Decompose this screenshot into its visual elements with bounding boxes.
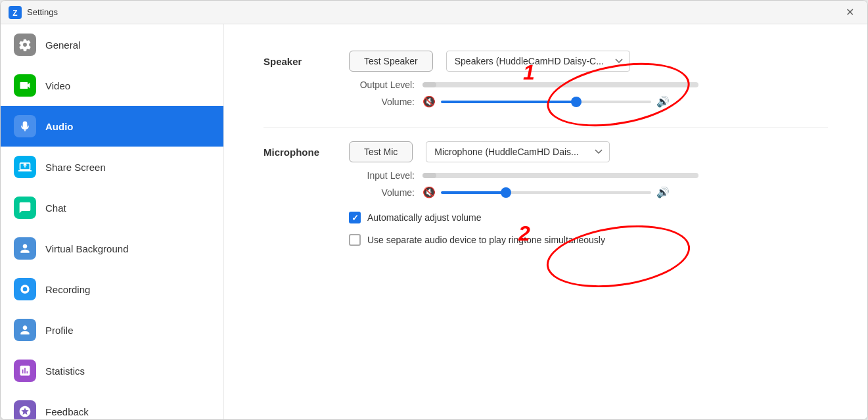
speaker-volume-label: Volume: [349,97,415,107]
mic-volume-row: Volume: 🔇 🔊 [349,186,828,198]
audio-label: Audio [45,121,74,132]
output-level-bar [423,82,698,87]
close-button[interactable]: ✕ [840,5,859,20]
general-icon [14,34,36,56]
microphone-section: Microphone Test Mic Microphone (HuddleCa… [263,141,828,246]
sidebar-item-sharescreen[interactable]: Share Screen [1,147,223,187]
sidebar-item-audio[interactable]: Audio [1,106,223,147]
audio-settings-content: 1 Speaker Test Speaker Speakers (HuddleC… [224,24,867,419]
input-level-row: Input Level: [349,170,828,181]
sidebar: General Video Audio Share [1,24,224,419]
mic-vol-min-icon: 🔇 [423,186,436,198]
speaker-volume-slider-container: 🔇 🔊 [423,95,670,108]
test-speaker-button[interactable]: Test Speaker [349,51,433,72]
mic-volume-label: Volume: [349,187,415,198]
chat-icon [14,197,36,219]
mic-volume-slider-container: 🔇 🔊 [423,186,670,198]
video-label: Video [45,80,70,91]
speaker-section: Speaker Test Speaker Speakers (HuddleCam… [263,51,828,108]
speaker-label: Speaker [263,56,336,67]
sharescreen-icon [14,156,36,178]
speaker-volume-slider[interactable] [441,101,651,103]
mic-volume-slider[interactable] [441,191,651,194]
test-mic-button[interactable]: Test Mic [349,141,413,162]
recording-label: Recording [45,284,90,295]
separate-audio-row: Use separate audio device to play ringto… [349,234,828,246]
separate-audio-label: Use separate audio device to play ringto… [367,235,605,245]
auto-adjust-label: Automatically adjust volume [367,212,482,223]
vbg-label: Virtual Background [45,243,128,254]
sidebar-item-profile[interactable]: Profile [1,310,223,350]
titlebar-left: Z Settings [9,6,58,19]
output-level-label: Output Level: [349,80,415,90]
settings-window: Z Settings ✕ General Video [0,0,868,420]
svg-text:Z: Z [12,9,17,18]
sidebar-item-chat[interactable]: Chat [1,187,223,228]
sidebar-item-statistics[interactable]: Statistics [1,350,223,391]
profile-icon [14,319,36,341]
vbg-icon [14,237,36,260]
mic-vol-max-icon: 🔊 [656,186,670,198]
speaker-row: Speaker Test Speaker Speakers (HuddleCam… [263,51,828,72]
speaker-vol-min-icon: 🔇 [423,95,436,108]
microphone-label: Microphone [263,147,336,158]
sidebar-item-feedback[interactable]: Feedback [1,391,223,419]
input-level-bar [423,173,698,178]
feedback-label: Feedback [45,406,89,417]
window-title: Settings [27,7,58,17]
sidebar-item-recording[interactable]: Recording [1,269,223,310]
input-level-label: Input Level: [349,170,415,181]
audio-icon [14,115,36,137]
auto-adjust-checkbox[interactable] [349,212,361,223]
main-content: General Video Audio Share [1,24,867,419]
speaker-device-select[interactable]: Speakers (HuddleCamHD Daisy-C... [446,51,630,72]
speaker-volume-row: Volume: 🔇 🔊 [349,95,828,108]
statistics-label: Statistics [45,365,85,377]
titlebar: Z Settings ✕ [1,1,867,24]
auto-adjust-row: Automatically adjust volume [349,212,828,223]
svg-point-3 [23,287,28,292]
recording-icon [14,278,36,300]
input-level-fill [423,173,436,178]
speaker-vol-max-icon: 🔊 [656,95,670,108]
sidebar-item-vbg[interactable]: Virtual Background [1,228,223,269]
general-label: General [45,39,80,51]
output-level-fill [423,82,436,87]
sidebar-item-video[interactable]: Video [1,65,223,106]
chat-label: Chat [45,202,66,214]
statistics-icon [14,360,36,382]
profile-label: Profile [45,325,74,336]
mic-device-select[interactable]: Microphone (HuddleCamHD Dais... [426,141,610,162]
sidebar-item-general[interactable]: General [1,24,223,65]
divider-1 [263,128,828,128]
output-level-row: Output Level: [349,80,828,90]
feedback-icon [14,400,36,419]
sharescreen-label: Share Screen [45,162,106,173]
video-icon [14,74,36,97]
app-logo: Z [9,6,22,19]
microphone-row: Microphone Test Mic Microphone (HuddleCa… [263,141,828,162]
separate-audio-checkbox[interactable] [349,234,361,246]
